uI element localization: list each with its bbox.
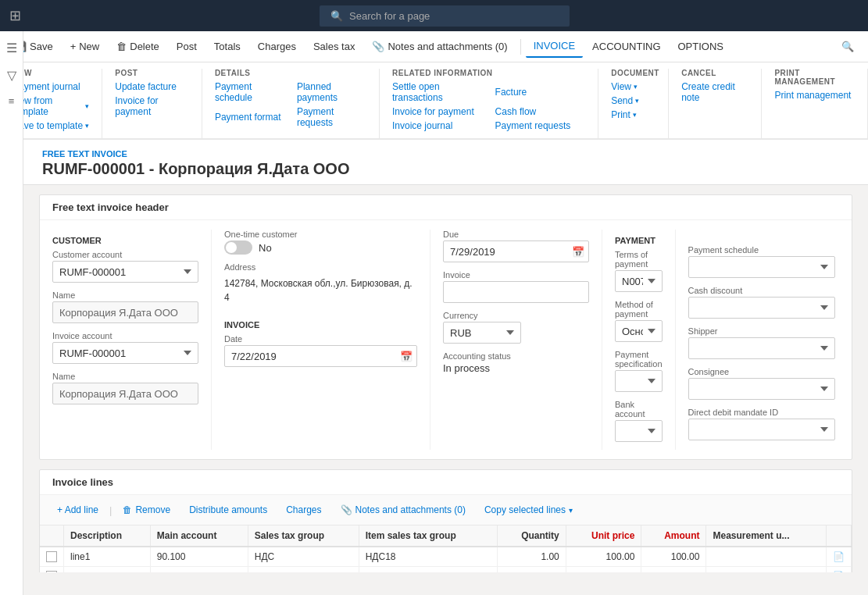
search-placeholder: Search for a page: [349, 10, 430, 22]
due-date-input[interactable]: [443, 240, 589, 262]
invoice-account-select[interactable]: RUMF-000001: [52, 342, 198, 364]
method-select[interactable]: Основной: [615, 320, 663, 342]
tab-options[interactable]: OPTIONS: [670, 36, 732, 57]
delete-button[interactable]: 🗑 Delete: [109, 36, 167, 57]
tab-accounting[interactable]: ACCOUNTING: [584, 36, 668, 57]
header-section-card: Free text invoice header CUSTOMER Custom…: [39, 194, 852, 460]
toggle-row: No: [224, 240, 417, 255]
consignee-select[interactable]: [688, 378, 835, 400]
invoice-journal-link[interactable]: Invoice journal: [392, 119, 483, 132]
document-icon[interactable]: 📄: [833, 571, 845, 572]
facture-link[interactable]: Facture: [495, 80, 586, 104]
sales-tax-button[interactable]: Sales tax: [305, 36, 363, 57]
tab-invoice[interactable]: INVOICE: [526, 35, 583, 58]
payment-requests2-link[interactable]: Payment requests: [495, 119, 586, 132]
direct-debit-select[interactable]: [688, 419, 835, 440]
row-doc-icon-cell[interactable]: 📄: [827, 547, 852, 567]
row-unit-price: 100.00: [566, 547, 641, 567]
one-time-toggle[interactable]: [224, 240, 252, 255]
print-link[interactable]: Print ▾: [611, 109, 655, 121]
lines-charges-button[interactable]: Charges: [278, 501, 329, 518]
table-row[interactable]: line1 90.100 НДС НДС18 1.00 100.00 100.0…: [40, 547, 852, 567]
calendar-icon[interactable]: 📅: [400, 351, 413, 362]
invoice-for-payment-link[interactable]: Invoice for payment: [115, 94, 189, 118]
remove-button[interactable]: 🗑 Remove: [115, 501, 178, 518]
ribbon-search-button[interactable]: 🔍: [834, 36, 862, 57]
address-field: Address 142784, Московская обл.,ул. Бирю…: [224, 262, 417, 308]
spec-select[interactable]: [615, 370, 663, 392]
view-link[interactable]: View ▾: [611, 80, 655, 93]
add-line-button[interactable]: + Add line: [49, 501, 106, 518]
ribbon-group-document: DOCUMENT View ▾ Send ▾ Print ▾: [598, 69, 669, 138]
planned-payments-link[interactable]: Planned payments: [297, 80, 366, 104]
document-icon[interactable]: 📄: [833, 551, 845, 562]
cash-discount-select[interactable]: [688, 297, 835, 319]
payment-col: PAYMENT Terms of payment N007 Method of …: [615, 230, 676, 450]
paperclip-icon: 📎: [341, 504, 352, 515]
charges-button[interactable]: Charges: [250, 36, 304, 57]
col-actions: [827, 526, 852, 547]
post-button[interactable]: Post: [169, 36, 205, 57]
invoice-payment-link[interactable]: Invoice for payment: [392, 105, 483, 118]
row-checkbox-cell[interactable]: [40, 567, 64, 573]
row-checkbox-cell[interactable]: [40, 547, 64, 567]
payment-right-col: Payment schedule Cash discount: [688, 230, 848, 450]
lines-tbody: line1 90.100 НДС НДС18 1.00 100.00 100.0…: [40, 547, 852, 572]
invoice-date-input[interactable]: [224, 345, 417, 367]
bank-select[interactable]: [615, 420, 663, 442]
print-management-link[interactable]: Print management: [774, 89, 855, 102]
chevron-down-icon: ▾: [85, 122, 89, 130]
payment-requests-link[interactable]: Payment requests: [297, 105, 366, 129]
send-link[interactable]: Send ▾: [611, 94, 655, 107]
table-header-row: Description Main account Sales tax group…: [40, 526, 852, 547]
grid-icon[interactable]: ⊞: [9, 7, 21, 24]
customer-account-select[interactable]: RUMF-000001: [52, 261, 198, 283]
lines-table-container: Description Main account Sales tax group…: [40, 526, 852, 572]
accounting-status-value: In process: [443, 362, 589, 374]
new-from-template-link[interactable]: New from template ▾: [13, 94, 89, 118]
row-doc-icon-cell[interactable]: 📄: [827, 567, 852, 573]
shipper-select[interactable]: [688, 337, 835, 359]
row-quantity: 1.00: [498, 567, 566, 573]
payment-schedule-link[interactable]: Payment schedule: [215, 80, 284, 104]
row-checkbox[interactable]: [46, 571, 57, 572]
calendar-icon[interactable]: 📅: [572, 246, 584, 258]
shipper-field: Shipper: [688, 326, 835, 359]
lines-table: Description Main account Sales tax group…: [40, 526, 852, 572]
terms-select[interactable]: N007: [615, 270, 663, 292]
distribute-button[interactable]: Distribute amounts: [181, 501, 275, 518]
save-to-template-link[interactable]: Save to template ▾: [13, 119, 89, 132]
payment-format-link[interactable]: Payment format: [215, 105, 284, 129]
cash-flow-link[interactable]: Cash flow: [495, 105, 586, 118]
spec-field: Payment specification: [615, 350, 663, 392]
col-description: Description: [64, 526, 151, 547]
create-credit-note-link[interactable]: Create credit note: [681, 80, 748, 104]
totals-button[interactable]: Totals: [206, 36, 248, 57]
table-row[interactable]: line2 90.100 НДС НДС18 1.00 200.00 200.0…: [40, 567, 852, 573]
col-main-account: Main account: [150, 526, 248, 547]
header-section-body: CUSTOMER Customer account RUMF-000001: [40, 220, 852, 459]
currency-select[interactable]: RUB: [443, 322, 521, 344]
notes-button[interactable]: 📎 Notes and attachments (0): [364, 36, 515, 57]
payment-journal-link[interactable]: Payment journal: [13, 80, 89, 93]
settle-open-link[interactable]: Settle open transactions: [392, 80, 483, 104]
copy-lines-button[interactable]: Copy selected lines ▾: [477, 501, 580, 518]
col-amount: Amount: [641, 526, 706, 547]
update-facture-link[interactable]: Update facture: [115, 80, 189, 93]
currency-field: Currency RUB: [443, 311, 589, 344]
lines-notes-button[interactable]: 📎 Notes and attachments (0): [333, 501, 473, 518]
content-area: Free text invoice header CUSTOMER Custom…: [23, 185, 868, 572]
schedule-select[interactable]: [688, 256, 835, 278]
new-button[interactable]: + New: [63, 36, 108, 57]
search-bar[interactable]: 🔍 Search for a page: [320, 5, 570, 27]
due-col: Due 📅 Invoice Curre: [443, 230, 602, 450]
invoice-input[interactable]: [443, 281, 589, 303]
method-field: Method of payment Основной: [615, 300, 663, 342]
customer-name-input[interactable]: [52, 301, 198, 323]
page-title: RUMF-000001 - Корпорация Я.Дата ООО: [42, 160, 849, 178]
row-checkbox[interactable]: [46, 551, 57, 562]
lines-section-card: Invoice lines + Add line | 🗑 Remove Dist…: [39, 469, 852, 572]
invoice-name-input[interactable]: [52, 383, 198, 404]
lines-section-title: Invoice lines: [40, 470, 852, 495]
chevron-down-icon: ▾: [634, 83, 638, 91]
